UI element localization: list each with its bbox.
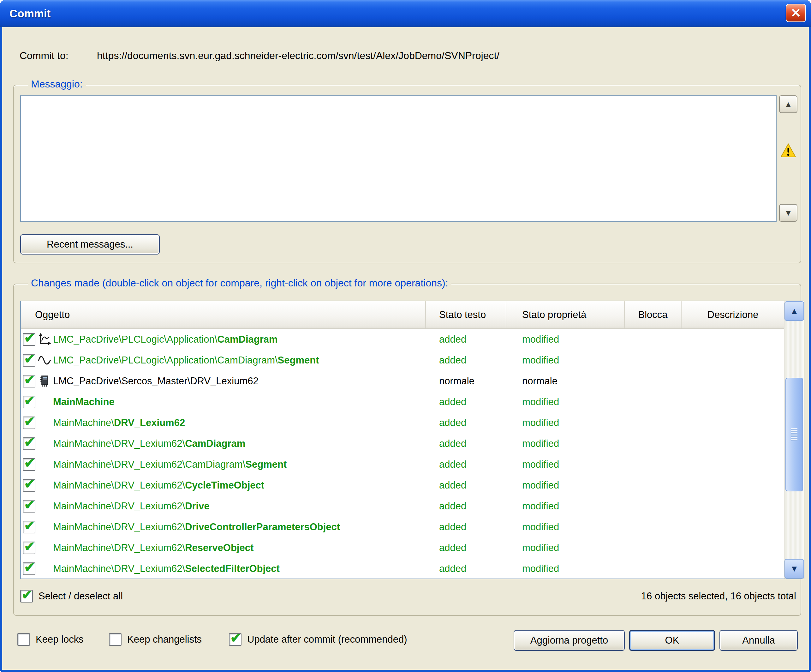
keep-changelists-label: Keep changelists — [127, 634, 202, 645]
row-path: LMC_PacDrive\Sercos_Master\DRV_Lexium62 — [53, 375, 258, 387]
select-all-row: ✔ Select / deselect all — [20, 589, 123, 604]
row-stato-testo: added — [426, 501, 506, 512]
row-object-cell: ✔ MainMachine\DR — [21, 541, 426, 555]
table-row[interactable]: ✔ LMC_PacDrive\P — [21, 350, 784, 371]
check-icon: ✔ — [230, 631, 241, 646]
row-path-bold: Segment — [245, 459, 287, 470]
table-scroll-up-button[interactable]: ▲ — [784, 301, 804, 321]
row-icon-slot — [38, 499, 51, 513]
table-row[interactable]: ✔ MainMachine\DR — [21, 412, 784, 433]
scrollbar-thumb[interactable] — [786, 378, 803, 491]
update-after-commit-checkbox[interactable]: ✔ — [229, 633, 241, 646]
close-icon: ✕ — [791, 6, 801, 20]
row-stato-proprieta: normale — [506, 375, 625, 387]
row-object-cell: ✔ MainMachine\DR — [21, 520, 426, 534]
table-row[interactable]: ✔ LMC_PacDrive\S — [21, 371, 784, 392]
aggiorna-progetto-button[interactable]: Aggiorna progetto — [514, 630, 625, 651]
row-stato-testo: added — [426, 521, 506, 533]
row-path: MainMachine\DRV_Lexium62\Drive — [53, 501, 210, 512]
row-stato-testo: added — [426, 459, 506, 470]
scrollbar-track[interactable] — [784, 321, 804, 559]
ok-button[interactable]: OK — [629, 630, 715, 651]
row-checkbox[interactable]: ✔ — [23, 458, 36, 471]
check-icon: ✔ — [24, 416, 35, 429]
message-scroll-down-button[interactable]: ▼ — [779, 204, 797, 222]
column-header-stato-testo[interactable]: Stato testo — [426, 301, 506, 328]
table-row[interactable]: ✔ MainMachine\DR — [21, 496, 784, 517]
keep-changelists-checkbox[interactable]: ✔ — [109, 633, 122, 646]
check-icon: ✔ — [24, 499, 35, 512]
table-scrollbar[interactable]: ▲ ▼ — [784, 301, 804, 579]
row-object-cell: ✔ LMC_PacDrive\S — [21, 374, 426, 388]
row-path-bold: DRV_Lexium62 — [114, 417, 185, 428]
keep-locks-checkbox[interactable]: ✔ — [17, 633, 30, 646]
select-all-checkbox[interactable]: ✔ — [20, 590, 33, 602]
table-scroll-down-button[interactable]: ▼ — [784, 559, 804, 579]
row-stato-proprieta: modified — [506, 480, 625, 491]
table-row[interactable]: ✔ MainMachine — [21, 392, 784, 412]
window-title: Commit — [0, 7, 51, 20]
row-icon-slot — [38, 562, 51, 576]
annulla-button[interactable]: Annulla — [719, 630, 798, 651]
row-checkbox[interactable]: ✔ — [23, 479, 36, 492]
message-scrollbar[interactable]: ▲ ▼ — [779, 95, 797, 222]
row-checkbox[interactable]: ✔ — [23, 562, 36, 575]
column-header-stato-proprieta[interactable]: Stato proprietà — [506, 301, 625, 328]
row-path-prefix: MainMachine\ — [53, 417, 114, 428]
row-checkbox[interactable]: ✔ — [23, 541, 36, 554]
keep-changelists-option: ✔ Keep changelists — [109, 633, 202, 646]
table-row[interactable]: ✔ MainMachine\DR — [21, 538, 784, 558]
message-scroll-up-button[interactable]: ▲ — [779, 95, 797, 113]
row-path: MainMachine\DRV_Lexium62\DriveController… — [53, 521, 340, 533]
row-path-prefix: LMC_PacDrive\PLCLogic\Application\CamDia… — [53, 355, 278, 366]
commit-dialog: Commit ✕ Commit to:https://documents.svn… — [0, 0, 811, 672]
table-header: Oggetto Stato testo Stato proprietà Bloc… — [21, 301, 784, 329]
changes-table: Oggetto Stato testo Stato proprietà Bloc… — [20, 300, 804, 579]
row-checkbox[interactable]: ✔ — [23, 375, 36, 387]
table-row[interactable]: ✔ MainMachine\DR — [21, 433, 784, 454]
row-checkbox[interactable]: ✔ — [23, 333, 36, 346]
row-stato-proprieta: modified — [506, 417, 625, 429]
row-object-cell: ✔ MainMachine — [21, 395, 426, 409]
row-object-cell: ✔ MainMachine\DR — [21, 416, 426, 430]
row-path-prefix: MainMachine\DRV_Lexium62\ — [53, 521, 185, 533]
dialog-body: Commit to:https://documents.svn.eur.gad.… — [2, 27, 809, 670]
row-checkbox[interactable]: ✔ — [23, 500, 36, 512]
recent-messages-button[interactable]: Recent messages... — [20, 234, 160, 255]
row-stato-proprieta: modified — [506, 542, 625, 553]
table-row[interactable]: ✔ LMC_PacDrive\P — [21, 329, 784, 350]
row-icon-slot — [38, 353, 51, 367]
table-row[interactable]: ✔ MainMachine\DR — [21, 517, 784, 538]
warning-icon — [780, 143, 796, 158]
row-path-bold: DriveControllerParametersObject — [185, 521, 340, 533]
table-row[interactable]: ✔ MainMachine\DR — [21, 558, 784, 579]
row-path: MainMachine\DRV_Lexium62\CycleTimeObject — [53, 480, 264, 491]
row-path: MainMachine — [53, 396, 115, 408]
row-stato-testo: added — [426, 334, 506, 345]
column-header-oggetto[interactable]: Oggetto — [21, 301, 426, 328]
check-icon: ✔ — [24, 562, 35, 575]
close-button[interactable]: ✕ — [786, 4, 806, 22]
table-row[interactable]: ✔ MainMachine\DR — [21, 454, 784, 475]
wave-icon — [38, 353, 51, 367]
titlebar[interactable]: Commit ✕ — [0, 0, 811, 27]
row-checkbox[interactable]: ✔ — [23, 521, 36, 533]
column-header-descrizione[interactable]: Descrizione — [682, 301, 784, 328]
row-icon-slot — [38, 416, 51, 430]
row-checkbox[interactable]: ✔ — [23, 437, 36, 450]
message-textarea[interactable] — [20, 95, 777, 222]
check-icon: ✔ — [24, 520, 35, 533]
row-checkbox[interactable]: ✔ — [23, 417, 36, 429]
column-header-blocca[interactable]: Blocca — [625, 301, 682, 328]
table-row[interactable]: ✔ MainMachine\DR — [21, 475, 784, 496]
row-stato-proprieta: modified — [506, 501, 625, 512]
row-checkbox[interactable]: ✔ — [23, 354, 36, 367]
row-path-prefix: MainMachine\DRV_Lexium62\ — [53, 501, 185, 512]
row-stato-proprieta: modified — [506, 521, 625, 533]
row-stato-testo: added — [426, 417, 506, 429]
drive-icon — [38, 374, 51, 388]
row-path: MainMachine\DRV_Lexium62 — [53, 417, 185, 429]
row-checkbox[interactable]: ✔ — [23, 396, 36, 408]
commit-to-label: Commit to: — [20, 50, 97, 61]
row-icon-slot — [38, 541, 51, 555]
